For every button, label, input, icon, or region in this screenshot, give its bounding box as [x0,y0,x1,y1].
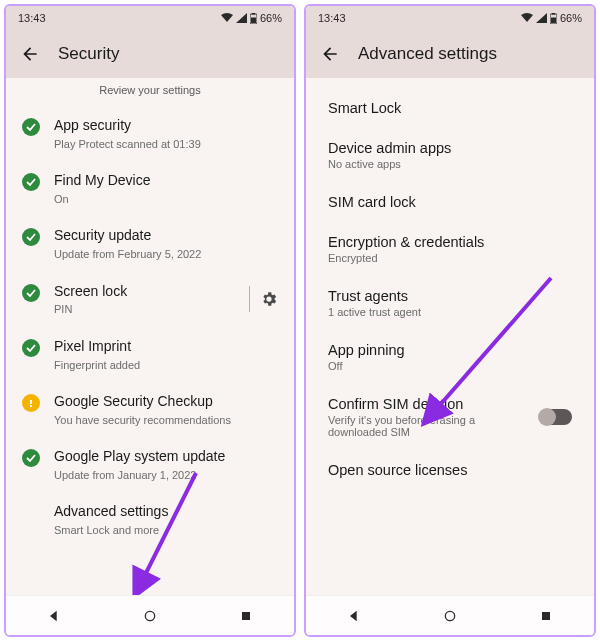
row-google-play-system-update[interactable]: Google Play system update Update from Ja… [6,437,294,492]
row-label: SIM card lock [328,194,572,210]
status-badge-warn [22,394,40,412]
row-sim-card-lock[interactable]: SIM card lock [306,182,594,222]
row-sub: Verify it's you before erasing a downloa… [328,414,528,438]
nav-home-icon[interactable] [442,608,458,624]
toggle-confirm-sim-deletion[interactable] [540,409,572,425]
svg-point-10 [445,611,454,620]
row-label: Open source licenses [328,462,572,478]
row-trust-agents[interactable]: Trust agents 1 active trust agent [306,276,594,330]
row-sub: Smart Lock and more [54,523,278,537]
status-badge-ok [22,449,40,467]
security-list: Review your settings App security Play P… [6,78,294,595]
row-label: App pinning [328,342,572,358]
row-label: Security update [54,226,278,245]
battery-icon [550,13,557,24]
status-bar: 13:43 66% [306,6,594,30]
phone-advanced-settings: 13:43 66% Advanced settings Smart Lock D… [304,4,596,637]
row-label: Trust agents [328,288,572,304]
row-sub: No active apps [328,158,572,170]
row-google-security-checkup[interactable]: Google Security Checkup You have securit… [6,382,294,437]
status-time: 13:43 [18,12,46,24]
status-badge-ok [22,284,40,302]
row-label: Confirm SIM deletion [328,396,528,412]
row-sub: Fingerprint added [54,358,278,372]
row-sub: 1 active trust agent [328,306,572,318]
svg-rect-3 [30,400,32,404]
nav-bar [306,595,594,635]
row-label: Google Security Checkup [54,392,278,411]
back-icon[interactable] [20,44,40,64]
status-bar: 13:43 66% [6,6,294,30]
row-label: Encryption & credentials [328,234,572,250]
row-label: App security [54,116,278,135]
status-badge-ok [22,118,40,136]
row-label: Screen lock [54,282,235,301]
row-label: Pixel Imprint [54,337,278,356]
phone-security: 13:43 66% Security Review your settings … [4,4,296,637]
row-app-pinning[interactable]: App pinning Off [306,330,594,384]
row-smart-lock[interactable]: Smart Lock [306,88,594,128]
status-icons: 66% [521,12,582,24]
row-sub: Update from January 1, 2022 [54,468,278,482]
nav-home-icon[interactable] [142,608,158,624]
battery-percent: 66% [560,12,582,24]
row-sub: You have security recommendations [54,413,278,427]
status-badge-ok [22,173,40,191]
row-app-security[interactable]: App security Play Protect scanned at 01:… [6,106,294,161]
row-label: Device admin apps [328,140,572,156]
battery-percent: 66% [260,12,282,24]
row-sub: On [54,192,278,206]
row-sub: Play Protect scanned at 01:39 [54,137,278,151]
page-title: Security [58,44,119,64]
signal-icon [536,13,547,23]
svg-rect-11 [542,612,550,620]
battery-icon [250,13,257,24]
row-find-my-device[interactable]: Find My Device On [6,161,294,216]
wifi-icon [221,13,233,23]
svg-rect-6 [242,612,250,620]
app-bar: Security [6,30,294,78]
row-label: Smart Lock [328,100,572,116]
nav-back-icon[interactable] [46,608,62,624]
wifi-icon [521,13,533,23]
row-confirm-sim-deletion[interactable]: Confirm SIM deletion Verify it's you bef… [306,384,594,450]
row-label: Google Play system update [54,447,278,466]
nav-bar [6,595,294,635]
nav-recents-icon[interactable] [238,608,254,624]
gear-icon[interactable] [260,290,278,308]
svg-rect-9 [551,17,556,23]
advanced-list: Smart Lock Device admin apps No active a… [306,78,594,595]
row-sub: PIN [54,302,235,316]
back-icon[interactable] [320,44,340,64]
status-badge-ok [22,339,40,357]
row-encryption-credentials[interactable]: Encryption & credentials Encrypted [306,222,594,276]
status-icons: 66% [221,12,282,24]
app-bar: Advanced settings [306,30,594,78]
status-badge-ok [22,228,40,246]
page-title: Advanced settings [358,44,497,64]
svg-rect-2 [251,17,256,23]
row-sub: Update from February 5, 2022 [54,247,278,261]
row-open-source-licenses[interactable]: Open source licenses [306,450,594,490]
svg-rect-1 [252,13,255,15]
row-screen-lock[interactable]: Screen lock PIN [6,272,294,327]
row-label: Find My Device [54,171,278,190]
nav-recents-icon[interactable] [538,608,554,624]
row-device-admin-apps[interactable]: Device admin apps No active apps [306,128,594,182]
review-header: Review your settings [6,78,294,106]
row-security-update[interactable]: Security update Update from February 5, … [6,216,294,271]
row-label: Advanced settings [54,502,278,521]
nav-back-icon[interactable] [346,608,362,624]
svg-point-5 [145,611,154,620]
svg-rect-8 [552,13,555,15]
row-sub: Encrypted [328,252,572,264]
svg-rect-4 [30,405,32,407]
row-advanced-settings[interactable]: Advanced settings Smart Lock and more [6,492,294,547]
row-sub: Off [328,360,572,372]
row-pixel-imprint[interactable]: Pixel Imprint Fingerprint added [6,327,294,382]
signal-icon [236,13,247,23]
divider [249,286,250,312]
status-time: 13:43 [318,12,346,24]
